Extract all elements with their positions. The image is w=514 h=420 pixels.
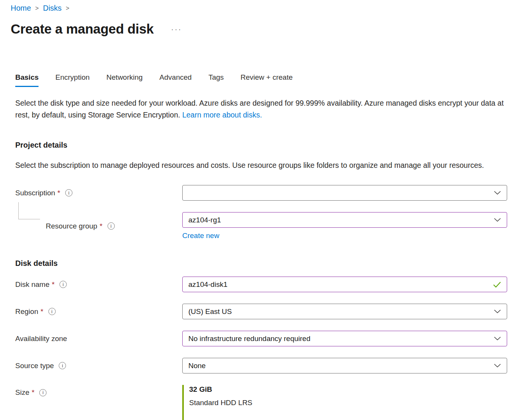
info-icon[interactable]: i — [59, 281, 67, 288]
required-asterisk: * — [40, 307, 43, 316]
required-asterisk: * — [100, 222, 102, 230]
subscription-label: Subscription — [15, 189, 55, 197]
region-row: Region * i (US) East US — [15, 304, 507, 319]
availability-zone-field-cell: No infrastructure redundancy required — [182, 331, 507, 346]
size-display: 32 GiB Standard HDD LRS — [182, 385, 507, 420]
size-row: Size * i 32 GiB Standard HDD LRS — [15, 385, 507, 420]
more-commands-icon[interactable]: ··· — [171, 24, 182, 34]
chevron-down-icon — [494, 336, 501, 341]
breadcrumb-home-link[interactable]: Home — [11, 4, 31, 13]
tab-bar: Basics Encryption Networking Advanced Ta… — [15, 73, 507, 87]
source-type-row: Source type i None — [15, 358, 507, 373]
info-icon[interactable]: i — [59, 362, 66, 369]
valid-checkmark-icon — [493, 282, 501, 288]
disk-details-form: Disk name * i Region * — [15, 277, 507, 420]
info-icon[interactable]: i — [65, 189, 72, 196]
learn-more-disks-link[interactable]: Learn more about disks. — [182, 111, 262, 119]
region-label: Region — [15, 307, 38, 316]
chevron-right-icon: > — [66, 5, 69, 12]
disk-details-heading: Disk details — [15, 259, 507, 268]
resource-group-connector-line — [18, 202, 40, 219]
page-title: Create a managed disk — [11, 21, 154, 37]
availability-zone-row: Availability zone No infrastructure redu… — [15, 331, 507, 346]
source-type-label-cell: Source type i — [15, 362, 182, 370]
tab-encryption[interactable]: Encryption — [55, 73, 90, 87]
tab-review-create[interactable]: Review + create — [241, 73, 293, 87]
size-value: 32 GiB — [189, 385, 507, 394]
title-row: Create a managed disk ··· — [11, 21, 507, 37]
resource-group-label: Resource group — [46, 222, 97, 230]
breadcrumb: Home > Disks > — [11, 3, 507, 13]
disk-name-label-cell: Disk name * i — [15, 280, 182, 289]
disk-name-input-wrapper — [182, 277, 507, 292]
create-managed-disk-page: Home > Disks > Create a managed disk ···… — [0, 0, 514, 420]
subscription-row: Subscription * i — [15, 185, 507, 201]
source-type-label: Source type — [15, 362, 54, 370]
region-field-cell: (US) East US — [182, 304, 507, 319]
size-sku: Standard HDD LRS — [189, 399, 507, 407]
required-asterisk: * — [32, 388, 34, 397]
required-asterisk: * — [58, 189, 60, 197]
info-icon[interactable]: i — [39, 389, 47, 396]
disk-name-row: Disk name * i — [15, 277, 507, 292]
chevron-down-icon — [494, 309, 501, 314]
create-new-resource-group-link[interactable]: Create new — [182, 232, 219, 240]
required-asterisk: * — [52, 280, 55, 289]
info-icon[interactable]: i — [48, 308, 56, 315]
availability-zone-value: No infrastructure redundancy required — [188, 335, 310, 343]
tab-networking[interactable]: Networking — [106, 73, 143, 87]
region-label-cell: Region * i — [15, 307, 182, 316]
availability-zone-label: Availability zone — [15, 335, 67, 343]
resource-group-select[interactable]: az104-rg1 — [182, 212, 507, 228]
project-details-description: Select the subscription to manage deploy… — [15, 159, 507, 171]
disk-name-input[interactable] — [188, 280, 489, 289]
chevron-down-icon — [494, 364, 501, 368]
resource-group-label-cell: Resource group * i — [15, 222, 182, 230]
chevron-down-icon — [494, 191, 501, 195]
info-icon[interactable]: i — [108, 222, 115, 230]
intro-text: Select the disk type and size needed for… — [15, 97, 507, 121]
breadcrumb-disks-link[interactable]: Disks — [43, 4, 62, 13]
resource-group-field-cell: az104-rg1 Create new — [182, 212, 507, 240]
subscription-select[interactable] — [182, 185, 507, 201]
project-details-heading: Project details — [15, 141, 507, 150]
chevron-right-icon: > — [35, 5, 39, 12]
availability-zone-label-cell: Availability zone — [15, 335, 182, 343]
tab-advanced[interactable]: Advanced — [159, 73, 192, 87]
subscription-label-cell: Subscription * i — [15, 189, 182, 197]
disk-name-label: Disk name — [15, 280, 50, 289]
subscription-field-cell — [182, 185, 507, 201]
tab-basics[interactable]: Basics — [15, 73, 39, 87]
size-label: Size — [15, 388, 29, 397]
project-details-form: Subscription * i Resource group — [15, 185, 507, 240]
source-type-value: None — [188, 362, 206, 370]
availability-zone-select[interactable]: No infrastructure redundancy required — [182, 331, 507, 346]
source-type-select[interactable]: None — [182, 358, 507, 373]
source-type-field-cell: None — [182, 358, 507, 373]
resource-group-row: Resource group * i az104-rg1 Create new — [15, 212, 507, 240]
region-select[interactable]: (US) East US — [182, 304, 507, 319]
size-field-cell: 32 GiB Standard HDD LRS — [182, 385, 507, 420]
region-value: (US) East US — [188, 307, 232, 316]
size-label-cell: Size * i — [15, 385, 182, 397]
chevron-down-icon — [494, 218, 501, 222]
disk-name-field-cell — [182, 277, 507, 292]
resource-group-value: az104-rg1 — [188, 216, 221, 224]
tab-tags[interactable]: Tags — [209, 73, 224, 87]
basics-tab-content: Basics Encryption Networking Advanced Ta… — [15, 73, 507, 420]
